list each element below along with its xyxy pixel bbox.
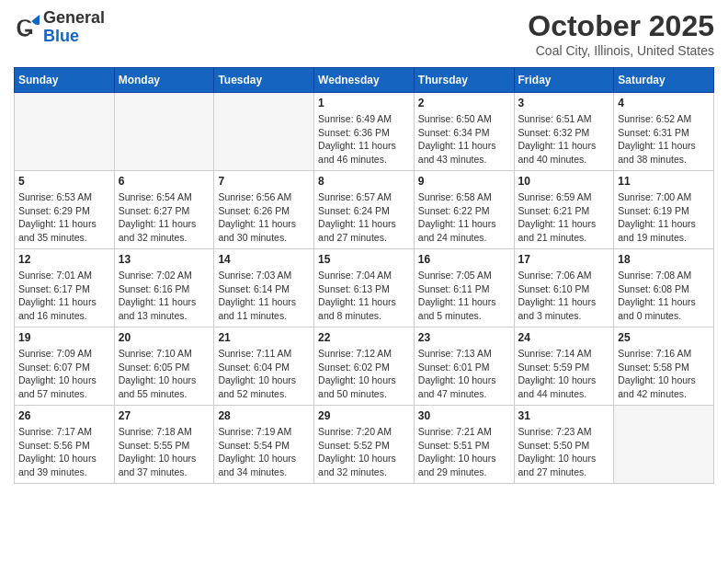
day-detail: Sunrise: 7:13 AMSunset: 6:01 PMDaylight:… — [418, 347, 510, 401]
calendar-cell: 3Sunrise: 6:51 AMSunset: 6:32 PMDaylight… — [514, 93, 614, 171]
calendar-day-header: Thursday — [414, 68, 514, 93]
day-detail: Sunrise: 7:00 AMSunset: 6:19 PMDaylight:… — [618, 190, 710, 245]
day-detail: Sunrise: 7:23 AMSunset: 5:50 PMDaylight:… — [518, 425, 610, 479]
day-detail: Sunrise: 7:06 AMSunset: 6:10 PMDaylight:… — [518, 269, 610, 323]
day-detail: Sunrise: 6:52 AMSunset: 6:31 PMDaylight:… — [618, 112, 710, 167]
day-number: 25 — [618, 331, 710, 344]
day-detail: Sunrise: 7:16 AMSunset: 5:58 PMDaylight:… — [618, 347, 710, 401]
calendar-cell — [214, 93, 314, 171]
logo-icon — [14, 15, 40, 40]
month-title: October 2025 — [528, 9, 714, 43]
calendar-cell: 9Sunrise: 6:58 AMSunset: 6:22 PMDaylight… — [414, 171, 514, 249]
day-number: 6 — [119, 175, 210, 188]
calendar-table: SundayMondayTuesdayWednesdayThursdayFrid… — [14, 67, 714, 484]
calendar-cell: 30Sunrise: 7:21 AMSunset: 5:51 PMDayligh… — [414, 406, 514, 484]
day-number: 7 — [218, 175, 310, 188]
day-detail: Sunrise: 7:20 AMSunset: 5:52 PMDaylight:… — [318, 425, 410, 479]
calendar-cell: 31Sunrise: 7:23 AMSunset: 5:50 PMDayligh… — [514, 406, 614, 484]
calendar-cell: 13Sunrise: 7:02 AMSunset: 6:16 PMDayligh… — [114, 249, 214, 327]
calendar-header-row: SundayMondayTuesdayWednesdayThursdayFrid… — [15, 68, 714, 93]
day-detail: Sunrise: 7:14 AMSunset: 5:59 PMDaylight:… — [518, 347, 610, 401]
day-number: 27 — [119, 409, 210, 422]
calendar-cell: 2Sunrise: 6:50 AMSunset: 6:34 PMDaylight… — [414, 93, 514, 171]
day-number: 17 — [518, 253, 610, 266]
calendar-cell: 8Sunrise: 6:57 AMSunset: 6:24 PMDaylight… — [314, 171, 415, 249]
calendar-week-row: 19Sunrise: 7:09 AMSunset: 6:07 PMDayligh… — [15, 327, 714, 406]
calendar-week-row: 26Sunrise: 7:17 AMSunset: 5:56 PMDayligh… — [15, 406, 714, 484]
day-number: 15 — [318, 253, 410, 266]
calendar-cell: 6Sunrise: 6:54 AMSunset: 6:27 PMDaylight… — [114, 171, 214, 249]
calendar-cell: 5Sunrise: 6:53 AMSunset: 6:29 PMDaylight… — [15, 171, 115, 249]
day-detail: Sunrise: 7:02 AMSunset: 6:16 PMDaylight:… — [119, 269, 210, 323]
calendar-body: 1Sunrise: 6:49 AMSunset: 6:36 PMDaylight… — [15, 93, 714, 484]
calendar-cell: 7Sunrise: 6:56 AMSunset: 6:26 PMDaylight… — [214, 171, 314, 249]
day-number: 13 — [119, 253, 210, 266]
page-header: General Blue October 2025 Coal City, Ill… — [14, 9, 714, 58]
day-number: 4 — [618, 97, 710, 109]
day-detail: Sunrise: 6:57 AMSunset: 6:24 PMDaylight:… — [318, 190, 410, 245]
calendar-cell: 1Sunrise: 6:49 AMSunset: 6:36 PMDaylight… — [314, 93, 415, 171]
calendar-day-header: Friday — [514, 68, 614, 93]
day-number: 29 — [318, 409, 410, 422]
day-number: 12 — [18, 253, 110, 266]
calendar-day-header: Wednesday — [314, 68, 415, 93]
day-number: 19 — [18, 331, 110, 344]
day-detail: Sunrise: 7:10 AMSunset: 6:05 PMDaylight:… — [119, 347, 210, 401]
calendar-week-row: 1Sunrise: 6:49 AMSunset: 6:36 PMDaylight… — [15, 93, 714, 171]
day-number: 24 — [518, 331, 610, 344]
calendar-day-header: Sunday — [15, 68, 115, 93]
calendar-cell: 11Sunrise: 7:00 AMSunset: 6:19 PMDayligh… — [614, 171, 714, 249]
day-detail: Sunrise: 7:09 AMSunset: 6:07 PMDaylight:… — [18, 347, 110, 401]
day-detail: Sunrise: 6:58 AMSunset: 6:22 PMDaylight:… — [418, 190, 510, 245]
day-number: 30 — [418, 409, 510, 422]
day-number: 31 — [518, 409, 610, 422]
day-detail: Sunrise: 7:21 AMSunset: 5:51 PMDaylight:… — [418, 425, 510, 479]
day-detail: Sunrise: 7:05 AMSunset: 6:11 PMDaylight:… — [418, 269, 510, 323]
day-detail: Sunrise: 7:11 AMSunset: 6:04 PMDaylight:… — [218, 347, 310, 401]
day-number: 21 — [218, 331, 310, 344]
day-number: 11 — [618, 175, 710, 188]
logo: General Blue — [14, 9, 105, 46]
day-number: 2 — [418, 97, 510, 109]
day-number: 10 — [518, 175, 610, 188]
calendar-day-header: Tuesday — [214, 68, 314, 93]
day-detail: Sunrise: 7:18 AMSunset: 5:55 PMDaylight:… — [119, 425, 210, 479]
day-number: 22 — [318, 331, 410, 344]
calendar-cell: 21Sunrise: 7:11 AMSunset: 6:04 PMDayligh… — [214, 327, 314, 406]
location: Coal City, Illinois, United States — [528, 43, 714, 58]
calendar-cell: 22Sunrise: 7:12 AMSunset: 6:02 PMDayligh… — [314, 327, 415, 406]
day-detail: Sunrise: 6:50 AMSunset: 6:34 PMDaylight:… — [418, 112, 510, 167]
day-detail: Sunrise: 7:17 AMSunset: 5:56 PMDaylight:… — [18, 425, 110, 479]
calendar-cell: 29Sunrise: 7:20 AMSunset: 5:52 PMDayligh… — [314, 406, 415, 484]
day-detail: Sunrise: 7:04 AMSunset: 6:13 PMDaylight:… — [318, 269, 410, 323]
day-number: 3 — [518, 97, 610, 109]
calendar-cell: 17Sunrise: 7:06 AMSunset: 6:10 PMDayligh… — [514, 249, 614, 327]
calendar-cell: 26Sunrise: 7:17 AMSunset: 5:56 PMDayligh… — [15, 406, 115, 484]
calendar-cell: 28Sunrise: 7:19 AMSunset: 5:54 PMDayligh… — [214, 406, 314, 484]
calendar-cell: 18Sunrise: 7:08 AMSunset: 6:08 PMDayligh… — [614, 249, 714, 327]
calendar-day-header: Saturday — [614, 68, 714, 93]
calendar-cell: 15Sunrise: 7:04 AMSunset: 6:13 PMDayligh… — [314, 249, 415, 327]
calendar-week-row: 5Sunrise: 6:53 AMSunset: 6:29 PMDaylight… — [15, 171, 714, 249]
calendar-day-header: Monday — [114, 68, 214, 93]
calendar-cell: 10Sunrise: 6:59 AMSunset: 6:21 PMDayligh… — [514, 171, 614, 249]
day-detail: Sunrise: 6:54 AMSunset: 6:27 PMDaylight:… — [119, 190, 210, 245]
day-number: 1 — [318, 97, 410, 109]
day-detail: Sunrise: 7:19 AMSunset: 5:54 PMDaylight:… — [218, 425, 310, 479]
day-detail: Sunrise: 7:03 AMSunset: 6:14 PMDaylight:… — [218, 269, 310, 323]
day-number: 26 — [18, 409, 110, 422]
day-number: 8 — [318, 175, 410, 188]
calendar-cell: 19Sunrise: 7:09 AMSunset: 6:07 PMDayligh… — [15, 327, 115, 406]
logo-text: General Blue — [43, 9, 105, 46]
day-detail: Sunrise: 6:56 AMSunset: 6:26 PMDaylight:… — [218, 190, 310, 245]
day-number: 5 — [18, 175, 110, 188]
calendar-cell — [114, 93, 214, 171]
calendar-cell: 14Sunrise: 7:03 AMSunset: 6:14 PMDayligh… — [214, 249, 314, 327]
calendar-cell — [15, 93, 115, 171]
day-number: 16 — [418, 253, 510, 266]
day-detail: Sunrise: 6:59 AMSunset: 6:21 PMDaylight:… — [518, 190, 610, 245]
calendar-cell: 4Sunrise: 6:52 AMSunset: 6:31 PMDaylight… — [614, 93, 714, 171]
day-detail: Sunrise: 6:49 AMSunset: 6:36 PMDaylight:… — [318, 112, 410, 167]
calendar-cell: 16Sunrise: 7:05 AMSunset: 6:11 PMDayligh… — [414, 249, 514, 327]
day-detail: Sunrise: 7:08 AMSunset: 6:08 PMDaylight:… — [618, 269, 710, 323]
